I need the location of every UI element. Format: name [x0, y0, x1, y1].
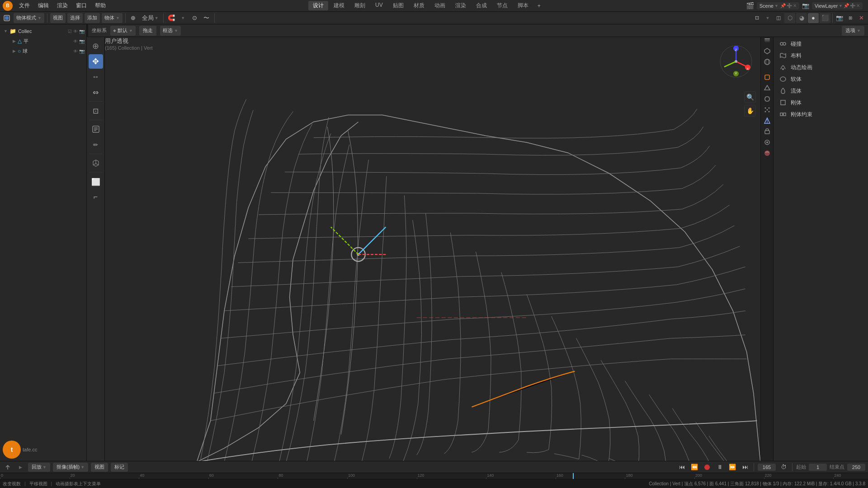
menu-file[interactable]: 文件: [15, 1, 33, 10]
vis-camera[interactable]: 📷: [79, 29, 85, 34]
prop-material-icon[interactable]: [762, 148, 772, 158]
sphere-vis-cam[interactable]: 📷: [79, 49, 85, 54]
viewlayer-add[interactable]: ➕: [850, 3, 855, 8]
view-btn[interactable]: 视图: [50, 13, 66, 23]
grab-tool[interactable]: ↔: [89, 70, 103, 84]
prop-physics-icon[interactable]: [762, 116, 772, 126]
tl-view-btn[interactable]: 视图: [91, 463, 108, 472]
region-overlay-btn[interactable]: ⊞: [845, 13, 855, 23]
end-frame-display[interactable]: 250: [847, 464, 865, 471]
add-cube-tool[interactable]: [89, 156, 103, 170]
prop-world-icon[interactable]: [762, 57, 772, 67]
tl-marker-btn[interactable]: 标记: [111, 463, 128, 472]
timeline-expand[interactable]: ▶: [15, 463, 25, 472]
tab-modeling[interactable]: 建模: [329, 1, 349, 10]
blackout-tool[interactable]: ⬜: [89, 174, 103, 189]
rp-fluid[interactable]: 流体: [775, 85, 866, 97]
zoom-in-icon[interactable]: 🔍: [744, 91, 756, 103]
menu-render[interactable]: 渲染: [53, 1, 71, 10]
mode-dropdown[interactable]: 物体模式 ▼: [14, 13, 44, 23]
navigation-gizmo[interactable]: Z X Y: [718, 43, 754, 80]
drag-btn[interactable]: 拖走: [139, 26, 156, 36]
jump-end-icon[interactable]: ⏭: [740, 463, 750, 472]
tab-material[interactable]: 材质: [409, 1, 429, 10]
frame-dropdown[interactable]: 框选 ▼: [160, 26, 181, 36]
tab-sculpt[interactable]: 雕刻: [350, 1, 370, 10]
scene-add[interactable]: ➕: [787, 3, 792, 8]
scene-close[interactable]: ✕: [793, 3, 797, 8]
tab-texture[interactable]: 贴图: [388, 1, 408, 10]
scale-tool[interactable]: ⇔: [89, 85, 103, 99]
step-forward-icon[interactable]: ⏩: [727, 463, 737, 472]
menu-window[interactable]: 窗口: [72, 1, 90, 10]
sphere-vis-eye[interactable]: 👁: [73, 49, 78, 54]
options-btn[interactable]: 选项 ▼: [842, 26, 864, 36]
current-frame-display[interactable]: 165: [758, 464, 776, 471]
tab-compositing[interactable]: 合成: [472, 1, 491, 10]
jump-start-icon[interactable]: ⏮: [677, 463, 687, 472]
viewlayer-selector[interactable]: ViewLayer ▼ 📌 ➕ ✕: [812, 2, 863, 9]
coord-sys-dropdown[interactable]: ⌖ 默认 ▼: [110, 26, 136, 36]
xray-icon[interactable]: ◫: [774, 13, 783, 23]
prop-scene-icon[interactable]: [762, 46, 772, 56]
overlay-icon[interactable]: ⊡: [752, 13, 762, 23]
snap-icon[interactable]: 🧲: [166, 13, 176, 23]
snap-dropdown[interactable]: ▼: [178, 13, 188, 23]
main-viewport[interactable]: Z X Y 🔍 ✋: [87, 37, 760, 461]
global-dropdown[interactable]: 全局 ▼: [140, 13, 160, 23]
tab-nodes[interactable]: 节点: [492, 1, 512, 10]
playback-btn[interactable]: 回放 ▼: [28, 463, 50, 472]
annotate-tool[interactable]: [89, 122, 103, 136]
transform-icon[interactable]: ⊕: [128, 13, 138, 23]
keying-btn[interactable]: 抠像(插帧) ▼: [53, 463, 88, 472]
menu-edit[interactable]: 编辑: [34, 1, 52, 10]
transform-tool[interactable]: ⊡: [89, 103, 103, 118]
prop-mesh-icon[interactable]: [762, 83, 772, 93]
shade-eevee-btn[interactable]: ⬛: [820, 13, 830, 23]
viewlayer-pin[interactable]: 📌: [844, 3, 849, 8]
menu-help[interactable]: 帮助: [91, 1, 109, 10]
vis-checkbox[interactable]: ☑: [68, 29, 72, 34]
tab-scripting[interactable]: 脚本: [513, 1, 533, 10]
stop-btn[interactable]: [702, 463, 712, 472]
tab-animation[interactable]: 动画: [430, 1, 450, 10]
rp-rigid-body-constraint[interactable]: 刚体约束: [775, 108, 866, 120]
flat-vis-eye[interactable]: 👁: [73, 39, 78, 44]
add-btn[interactable]: 添加: [85, 13, 100, 23]
proportional-icon[interactable]: ⊙: [190, 13, 200, 23]
prop-constraints-icon[interactable]: [762, 127, 772, 136]
scene-pin[interactable]: 📌: [780, 3, 786, 8]
tab-add[interactable]: +: [534, 2, 544, 10]
overlay-dropdown[interactable]: ▼: [763, 13, 773, 23]
tab-uv[interactable]: UV: [371, 1, 387, 10]
prop-particles-icon[interactable]: [762, 105, 772, 115]
select-tool[interactable]: ✥: [89, 54, 103, 69]
rp-collision[interactable]: 碰撞: [775, 38, 866, 50]
play-btn[interactable]: ⏸: [715, 463, 725, 472]
vis-eye[interactable]: 👁: [73, 29, 78, 34]
step-back-icon[interactable]: ⏪: [689, 463, 699, 472]
prop-objectdata-icon[interactable]: [762, 137, 772, 147]
viewlayer-close[interactable]: ✕: [856, 3, 860, 8]
view-tool[interactable]: ⌐: [89, 190, 103, 204]
tab-render[interactable]: 渲染: [451, 1, 471, 10]
cursor-tool[interactable]: ⊕: [89, 39, 103, 53]
flat-vis-cam[interactable]: 📷: [79, 39, 85, 44]
start-frame-display[interactable]: 1: [809, 464, 827, 471]
rp-rigid-body[interactable]: 刚体: [775, 97, 866, 108]
outliner-item-flat[interactable]: ▶ △ 平 👁 📷: [9, 36, 86, 46]
tab-design[interactable]: 设计: [308, 1, 328, 10]
scene-selector[interactable]: Scene ▼ 📌 ➕ ✕: [757, 2, 799, 9]
prop-object-icon[interactable]: [762, 72, 772, 82]
rp-cloth[interactable]: 布料: [775, 50, 866, 61]
object-btn[interactable]: 物体 ▼: [102, 13, 123, 23]
measure-tool[interactable]: ✏: [89, 137, 103, 152]
shade-material-btn[interactable]: ◕: [796, 13, 807, 23]
rp-dynamic-paint[interactable]: 动态绘画: [775, 61, 866, 73]
shade-solid-btn[interactable]: ⬡: [784, 13, 795, 23]
shade-rendered-btn[interactable]: ●: [808, 13, 819, 23]
fullscreen-btn[interactable]: ✕: [856, 13, 866, 23]
outliner-item-sphere[interactable]: ▶ ○ 球 👁 📷: [9, 46, 86, 56]
pan-icon[interactable]: ✋: [744, 105, 756, 117]
select-btn[interactable]: 选择: [67, 13, 83, 23]
